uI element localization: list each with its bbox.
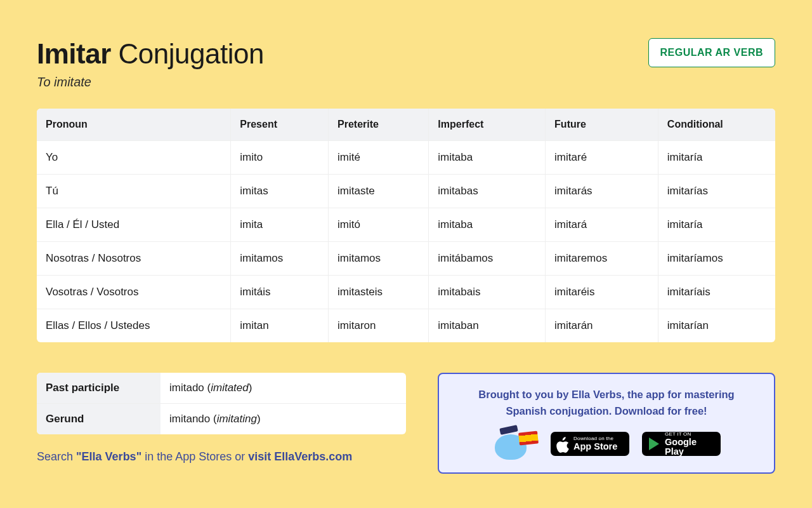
google-play-icon	[649, 438, 659, 450]
col-pronoun: Pronoun	[37, 109, 231, 141]
promo-badges: Download on the App Store GET IT ON Goog…	[458, 428, 755, 460]
table-cell: Tú	[37, 175, 231, 208]
table-cell: imitarían	[658, 309, 775, 343]
table-cell: imitan	[231, 309, 329, 343]
search-note: Search "Ella Verbs" in the App Stores or…	[37, 450, 406, 464]
table-cell: imitaste	[329, 175, 429, 208]
table-row: Túimitasimitasteimitabasimitarásimitaría…	[37, 175, 775, 208]
gerund-row: Gerund imitando (imitating)	[37, 404, 406, 435]
table-cell: imita	[231, 208, 329, 242]
table-cell: Ella / Él / Usted	[37, 208, 231, 242]
table-cell: imitabais	[429, 276, 546, 309]
table-cell: imitaríais	[658, 276, 775, 309]
promo-text: Brought to you by Ella Verbs, the app fo…	[458, 387, 755, 419]
table-cell: imitó	[329, 208, 429, 242]
col-conditional: Conditional	[658, 109, 775, 141]
table-cell: imitas	[231, 175, 329, 208]
google-play-badge[interactable]: GET IT ON Google Play	[642, 432, 721, 456]
table-cell: imitasteis	[329, 276, 429, 309]
table-header-row: Pronoun Present Preterite Imperfect Futu…	[37, 109, 775, 141]
verb-translation: To imitate	[37, 75, 264, 90]
table-cell: imitabas	[429, 175, 546, 208]
table-cell: imitaremos	[546, 242, 658, 276]
table-cell: Nosotras / Nosotros	[37, 242, 231, 276]
past-participle-label: Past participle	[37, 373, 160, 404]
table-cell: Ellas / Ellos / Ustedes	[37, 309, 231, 343]
table-cell: imitaría	[658, 208, 775, 242]
table-cell: imitará	[546, 208, 658, 242]
page-title: Imitar Conjugation	[37, 38, 264, 70]
table-cell: imitaba	[429, 141, 546, 175]
table-cell: imitábamos	[429, 242, 546, 276]
table-row: Yoimitoimitéimitabaimitaréimitaría	[37, 141, 775, 175]
gerund-value: imitando (imitating)	[160, 404, 406, 435]
app-store-badge[interactable]: Download on the App Store	[551, 432, 629, 456]
page-header: Imitar Conjugation To imitate REGULAR AR…	[37, 38, 775, 90]
table-row: Ellas / Ellos / Ustedesimitanimitaronimi…	[37, 309, 775, 343]
past-participle-value: imitado (imitated)	[160, 373, 406, 404]
verb-forms-table: Past participle imitado (imitated) Gerun…	[37, 373, 406, 434]
table-cell: imitaron	[329, 309, 429, 343]
table-cell: imitarán	[546, 309, 658, 343]
table-cell: imitaré	[546, 141, 658, 175]
promo-card: Brought to you by Ella Verbs, the app fo…	[438, 373, 775, 474]
past-participle-row: Past participle imitado (imitated)	[37, 373, 406, 404]
table-cell: Vosotras / Vosotros	[37, 276, 231, 309]
table-cell: imité	[329, 141, 429, 175]
gerund-label: Gerund	[37, 404, 160, 435]
title-block: Imitar Conjugation To imitate	[37, 38, 264, 90]
title-suffix: Conjugation	[119, 38, 264, 69]
table-cell: imitaría	[658, 141, 775, 175]
verb-type-badge: REGULAR AR VERB	[648, 38, 775, 67]
bottom-section: Past participle imitado (imitated) Gerun…	[37, 373, 775, 474]
table-row: Ella / Él / Ustedimitaimitóimitabaimitar…	[37, 208, 775, 242]
col-preterite: Preterite	[329, 109, 429, 141]
verb-name: Imitar	[37, 38, 111, 69]
col-future: Future	[546, 109, 658, 141]
table-cell: imito	[231, 141, 329, 175]
table-cell: imitarías	[658, 175, 775, 208]
table-cell: imitarás	[546, 175, 658, 208]
table-cell: imitáis	[231, 276, 329, 309]
conjugation-table: Pronoun Present Preterite Imperfect Futu…	[37, 109, 775, 342]
mascot-icon	[492, 428, 538, 460]
table-cell: imitaban	[429, 309, 546, 343]
apple-icon	[556, 437, 569, 451]
table-cell: imitaríamos	[658, 242, 775, 276]
table-cell: imitaréis	[546, 276, 658, 309]
table-cell: imitamos	[329, 242, 429, 276]
col-imperfect: Imperfect	[429, 109, 546, 141]
table-row: Nosotras / Nosotrosimitamosimitamosimitá…	[37, 242, 775, 276]
col-present: Present	[231, 109, 329, 141]
forms-and-note: Past participle imitado (imitated) Gerun…	[37, 373, 406, 464]
table-cell: imitaba	[429, 208, 546, 242]
table-cell: Yo	[37, 141, 231, 175]
table-row: Vosotras / Vosotrosimitáisimitasteisimit…	[37, 276, 775, 309]
table-cell: imitamos	[231, 242, 329, 276]
